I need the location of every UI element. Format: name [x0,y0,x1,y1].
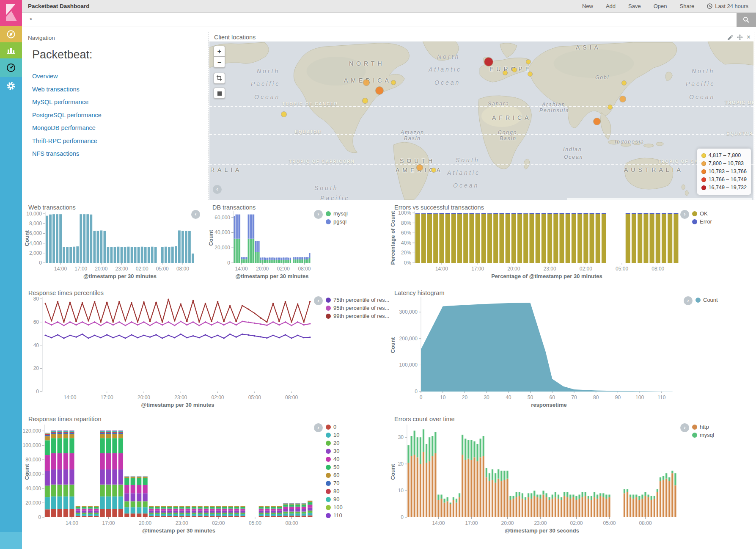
sidebar-tab-settings[interactable] [0,77,22,549]
legend-item[interactable]: 60 [326,472,343,478]
attribution-text: — Map data © [629,199,663,200]
legend-item[interactable]: Count [696,297,718,303]
menu-save[interactable]: Save [628,3,641,9]
attribution-link[interactable]: MapQuest [606,199,628,200]
legend-item[interactable]: 80 [326,488,343,494]
map-legend-label: 16,749 – 19,732 [709,184,747,192]
legend-item[interactable]: 75th percentile of res... [326,297,389,303]
client-location-dot[interactable] [594,118,600,125]
client-location-dot[interactable] [363,80,369,86]
legend-item[interactable]: http [692,424,714,430]
client-location-dot[interactable] [503,71,507,75]
svg-text:70: 70 [571,395,577,400]
nav-link-postgresql-performance[interactable]: PostgreSQL performance [32,112,102,119]
nav-link-web-transactions[interactable]: Web transactions [32,86,80,93]
edit-icon[interactable] [728,35,733,40]
svg-text:6,000: 6,000 [29,230,42,236]
menu-open[interactable]: Open [654,3,667,9]
client-location-dot[interactable] [608,105,612,109]
legend-toggle[interactable]: › [314,423,323,432]
legend-item[interactable]: 95th percentile of res... [326,305,389,311]
zoom-out-button[interactable]: − [214,57,225,68]
client-location-dot[interactable] [363,98,368,103]
search-input[interactable] [22,13,737,27]
svg-text:14:00: 14:00 [235,266,248,272]
close-icon[interactable]: × [747,35,751,40]
response-times-percentiles-chart[interactable]: 020406080@timestamp per 30 minutes14:001… [23,288,315,411]
attribution-link[interactable]: Leaflet [569,199,584,200]
svg-text:@timestamp per 30 minutes: @timestamp per 30 minutes [141,402,214,408]
legend-item[interactable]: 110 [326,513,343,518]
menu-add[interactable]: Add [606,3,616,9]
errors-count-over-time-chart[interactable]: 0102030Count@timestamp per 30 seconds14:… [389,414,681,538]
client-location-dot[interactable] [417,165,423,171]
legend-toggle[interactable]: › [680,423,689,432]
client-location-dot[interactable] [620,96,626,102]
zoom-in-button[interactable]: + [214,46,225,57]
stop-button[interactable] [214,88,225,99]
latency-histogram-chart[interactable]: 0100,000200,000300,000Countresponsetime0… [389,288,681,411]
legend-item[interactable]: 0 [326,424,343,430]
legend-item[interactable]: 20 [326,440,343,446]
client-location-dot[interactable] [528,72,532,76]
client-location-dot[interactable] [484,58,493,66]
legend-series-dot [326,497,331,502]
legend-item[interactable]: mysql [692,432,714,438]
legend-toggle[interactable]: ‹ [191,210,200,219]
svg-text:Count: Count [390,337,396,353]
client-location-dot[interactable] [526,60,531,64]
client-location-dot[interactable] [281,112,286,117]
legend-toggle[interactable]: › [684,296,693,305]
legend-item[interactable]: OK [692,211,712,216]
legend-toggle[interactable]: › [680,210,689,219]
search-button[interactable] [737,13,756,27]
client-location-dot[interactable] [432,168,436,172]
db-transactions-chart[interactable]: 020,00040,00060,000Count@timestamp per 3… [207,202,315,287]
kibana-logo[interactable] [0,0,22,26]
legend-toggle[interactable]: › [314,210,323,219]
sidebar-tab-dashboard[interactable] [0,58,22,77]
legend-item[interactable]: 30 [326,448,343,454]
sidebar-tab-discover[interactable] [0,26,22,42]
client-location-dot[interactable] [376,87,383,94]
nav-link-overview[interactable]: Overview [32,73,58,80]
legend-item[interactable]: 90 [326,497,343,502]
sidebar-footer-button[interactable] [0,532,22,549]
web-transactions-chart[interactable]: 02,0004,0006,0008,00010,000Count@timesta… [23,202,203,287]
nav-link-thrift-rpc-performance[interactable]: Thrift-RPC performance [32,138,97,144]
time-picker[interactable]: Last 24 hours [707,3,748,9]
legend-item[interactable]: mysql [326,211,348,216]
svg-text:17:00: 17:00 [101,395,113,400]
errors-vs-successful-chart[interactable]: 0%20%40%60%80%100%Percentage of CountPer… [389,202,683,287]
svg-text:@timestamp per 30 minutes: @timestamp per 30 minutes [235,273,308,279]
menu-new[interactable]: New [582,3,593,9]
crop-tool-button[interactable] [214,73,225,84]
legend-item[interactable]: 70 [326,480,343,486]
attribution-link[interactable]: OpenStreetMap [663,199,697,200]
legend-item[interactable]: 50 [326,464,343,470]
legend-toggle[interactable]: › [314,296,323,305]
svg-text:08:00: 08:00 [176,266,189,272]
client-location-dot[interactable] [391,80,396,85]
client-location-dot[interactable] [512,68,517,72]
attribution-link[interactable]: CC-BY-SA [726,199,749,200]
legend-item[interactable]: 100 [326,505,343,510]
legend-item[interactable]: Error [692,219,712,224]
map-legend-toggle[interactable]: ‹ [213,185,222,194]
menu-share[interactable]: Share [680,3,695,9]
legend-item[interactable]: 99th percentile of res... [326,313,389,319]
sidebar-tab-visualize[interactable] [0,42,22,58]
nav-link-mysql-performance[interactable]: MySQL performance [32,99,88,105]
response-times-repartition-chart[interactable]: 020,00040,00060,00080,000100,000120,000C… [23,414,315,538]
svg-text:40: 40 [506,395,511,400]
svg-text:23:00: 23:00 [174,395,187,400]
move-icon[interactable] [737,34,743,40]
client-location-dot[interactable] [622,81,626,85]
nav-link-mongodb-performance[interactable]: MongoDB performance [32,124,96,131]
svg-text:05:00: 05:00 [616,266,628,272]
legend-item[interactable]: pgsql [326,219,348,224]
legend-item[interactable]: 10 [326,432,343,438]
legend-item[interactable]: 40 [326,456,343,462]
nav-link-nfs-transactions[interactable]: NFS transactions [32,150,79,157]
world-map[interactable]: NORTHAMERICAEUROPEASIAAFRICASOUTHAMERICA… [209,41,753,200]
